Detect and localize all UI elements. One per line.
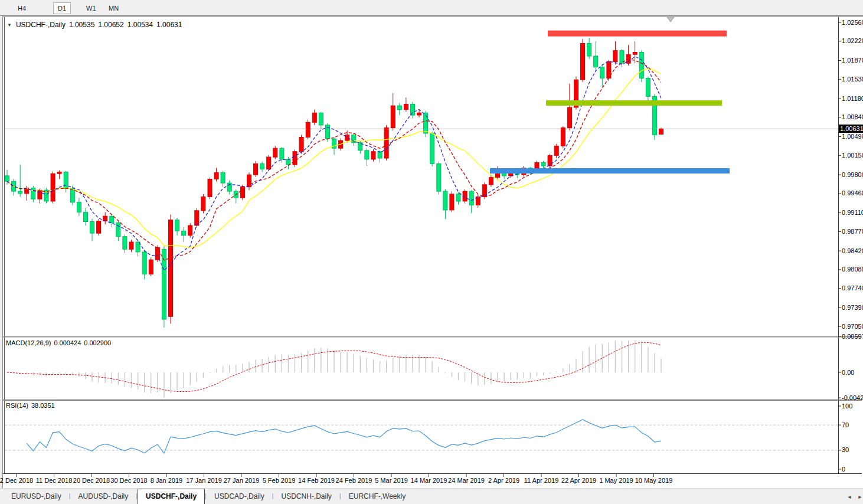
date-axis-label: 14 Mar 2019 [411, 477, 447, 484]
price-axis-tick: 1.01870 [842, 57, 863, 64]
price-axis-tick: 1.02220 [842, 37, 863, 44]
date-axis-label: 11 Dec 2018 [36, 477, 73, 484]
ohlc-close: 1.00631 [156, 21, 182, 29]
date-axis-label: 8 Jan 2019 [151, 477, 182, 484]
support-blue-line[interactable] [490, 168, 730, 174]
date-axis-label: 30 Dec 2018 [110, 477, 147, 484]
timeframe-toolbar: H4D1W1MN [0, 0, 863, 15]
current-price-tag: 1.00631 [839, 125, 863, 133]
price-axis-tick: 0.98770 [842, 228, 863, 235]
price-axis-tick: 1.01180 [842, 95, 863, 102]
collapse-indicators-icon[interactable]: ▼ [7, 22, 12, 28]
chart-tab-eurchf[interactable]: EURCHF-,Weekly [341, 489, 413, 504]
price-axis-tick: 0.97390 [842, 304, 863, 311]
timeframe-button-w1[interactable]: W1 [81, 2, 101, 14]
price-axis-tick: 0.98420 [842, 247, 863, 254]
macd-axis-tick: 0.00 [842, 369, 854, 376]
date-axis-label: 20 Dec 2018 [73, 477, 110, 484]
price-axis-tick: 0.99800 [842, 171, 863, 178]
timeframe-button-d1[interactable]: D1 [53, 2, 71, 14]
chart-tab-eurusd[interactable]: EURUSD-,Daily [4, 489, 69, 504]
chart-tab-audusd[interactable]: AUDUSD-,Daily [71, 489, 136, 504]
chart-canvas[interactable] [0, 0, 863, 504]
rsi-indicator-label: RSI(14)38.0351 [6, 402, 58, 409]
date-axis-label: 22 Apr 2019 [561, 477, 596, 484]
chart-tab-usdchf[interactable]: USDCHF-,Daily [138, 489, 205, 504]
price-axis-tick: 0.99460 [842, 189, 863, 197]
timeframe-button-mn[interactable]: MN [104, 2, 123, 14]
ohlc-open: 1.00535 [69, 21, 94, 29]
price-axis-tick: 0.97050 [842, 323, 863, 330]
price-axis-tick: 1.00840 [842, 113, 863, 120]
date-axis-label: 14 Feb 2019 [298, 477, 335, 484]
support-olive-line[interactable] [546, 100, 722, 106]
date-axis-label: 11 Apr 2019 [524, 477, 559, 484]
chart-tab-usdcnh[interactable]: USDCNH-,Daily [274, 489, 339, 504]
symbol-period-label: USDCHF-,Daily [16, 21, 66, 29]
chart-tabs-bar: EURUSD-,Daily|AUDUSD-,Daily|USDCHF-,Dail… [0, 489, 863, 504]
chart-tab-usdcad[interactable]: USDCAD-,Daily [207, 489, 272, 504]
date-axis-label: 17 Jan 2019 [186, 477, 222, 484]
date-axis-label: 10 May 2019 [635, 477, 673, 484]
date-axis-label: 5 Mar 2019 [375, 477, 408, 484]
price-axis-tick: 1.02560 [842, 19, 863, 26]
date-axis-label: 2 Dec 2018 [0, 477, 33, 484]
rsi-axis-tick: 30 [842, 446, 849, 453]
date-axis-label: 24 Feb 2019 [336, 477, 372, 484]
macd-axis-tick: 0.00597 [842, 333, 863, 340]
date-axis-label: 27 Jan 2019 [224, 477, 260, 484]
rsi-axis-tick: 100 [842, 402, 852, 410]
price-axis-tick: 0.97740 [842, 284, 863, 292]
date-axis-label: 24 Mar 2019 [448, 477, 485, 484]
tab-scroll-left-icon[interactable]: ◄ [845, 493, 854, 500]
macd-indicator-label: MACD(12,26,9)0.0004240.002900 [6, 339, 114, 346]
date-axis-label: 1 May 2019 [599, 477, 633, 484]
macd-axis-tick: -0.00424 [842, 394, 863, 401]
price-axis-tick: 1.00490 [842, 133, 863, 140]
date-axis-label: 5 Feb 2019 [263, 477, 296, 484]
date-axis-label: 2 Apr 2019 [488, 477, 519, 484]
ohlc-low: 1.00534 [128, 21, 153, 29]
price-axis-tick: 0.99110 [842, 209, 863, 216]
resistance-line[interactable] [548, 31, 727, 37]
chart-title: ▼USDCHF-,Daily1.005351.006521.005341.006… [7, 21, 182, 29]
ohlc-high: 1.00652 [98, 21, 123, 29]
rsi-axis-tick: 70 [842, 421, 849, 428]
price-axis-tick: 1.01530 [842, 76, 863, 83]
tab-scroll-right-icon[interactable]: ► [856, 493, 863, 500]
rsi-axis-tick: 0 [842, 466, 845, 473]
price-axis-tick: 0.98080 [842, 266, 863, 273]
timeframe-button-h4[interactable]: H4 [13, 2, 31, 14]
trading-app-window: H4D1W1MN ▼USDCHF-,Daily1.005351.006521.0… [0, 0, 863, 504]
price-axis-tick: 1.00150 [842, 152, 863, 159]
